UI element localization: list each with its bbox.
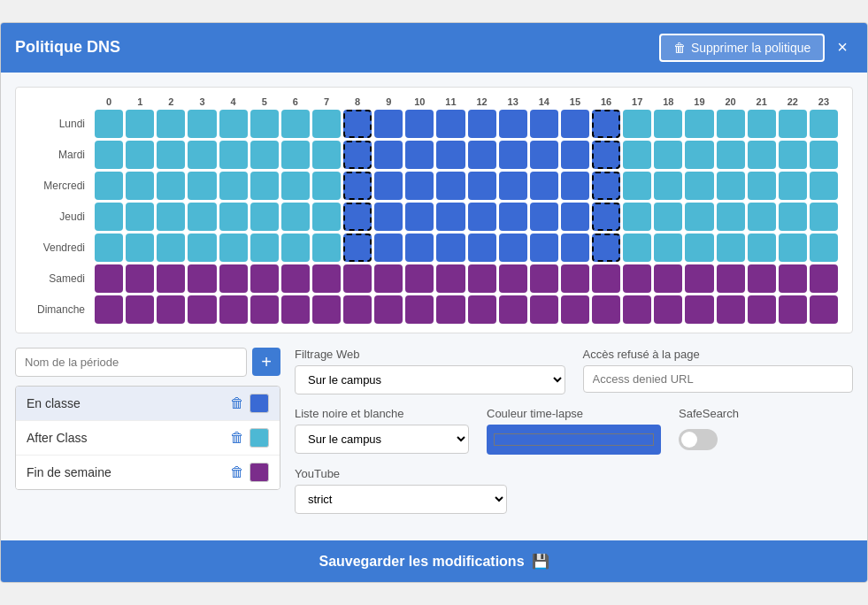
cal-cell[interactable] [312,295,341,324]
access-denied-input[interactable] [583,365,854,393]
cal-cell[interactable] [717,172,745,200]
cal-cell[interactable] [561,234,589,262]
cal-cell[interactable] [685,203,713,231]
cal-cell[interactable] [561,110,589,138]
cal-cell[interactable] [623,172,651,200]
cal-cell[interactable] [405,203,434,231]
delete-policy-button[interactable]: 🗑 Supprimer la politique [659,34,825,62]
cal-cell[interactable] [685,110,713,138]
cal-cell[interactable] [312,172,341,200]
cal-cell[interactable] [623,141,651,169]
period-item[interactable]: En classe🗑 [16,387,280,421]
cal-cell[interactable] [748,203,776,231]
cal-cell[interactable] [250,234,279,262]
cal-cell[interactable] [748,264,776,293]
cal-cell[interactable] [188,203,216,231]
cal-cell[interactable] [95,172,123,200]
cal-cell[interactable] [685,234,713,262]
cal-cell[interactable] [530,234,558,262]
cal-cell[interactable] [779,295,807,324]
cal-cell[interactable] [717,110,745,138]
cal-cell[interactable] [810,110,838,138]
cal-cell[interactable] [530,172,558,200]
cal-cell[interactable] [779,141,807,169]
cal-cell[interactable] [343,110,372,138]
cal-cell[interactable] [592,172,620,200]
cal-cell[interactable] [499,264,527,293]
cal-cell[interactable] [219,234,248,262]
cal-cell[interactable] [126,264,154,293]
cal-cell[interactable] [126,234,154,262]
cal-cell[interactable] [530,264,558,293]
cal-cell[interactable] [654,141,682,169]
cal-cell[interactable] [748,110,776,138]
blackwhite-select[interactable]: Sur le campusStrictModéréAucun [295,425,469,454]
cal-cell[interactable] [250,295,279,324]
cal-cell[interactable] [623,295,651,324]
cal-cell[interactable] [312,264,341,293]
cal-cell[interactable] [157,264,185,293]
cal-cell[interactable] [157,203,185,231]
cal-cell[interactable] [468,110,496,138]
cal-cell[interactable] [748,172,776,200]
cal-cell[interactable] [592,234,620,262]
cal-cell[interactable] [436,172,465,200]
cal-cell[interactable] [219,172,248,200]
cal-cell[interactable] [343,141,372,169]
cal-cell[interactable] [654,110,682,138]
cal-cell[interactable] [405,264,434,293]
cal-cell[interactable] [717,203,745,231]
cal-cell[interactable] [685,295,713,324]
cal-cell[interactable] [374,172,403,200]
cal-cell[interactable] [374,110,403,138]
cal-cell[interactable] [499,141,527,169]
cal-cell[interactable] [561,172,589,200]
cal-cell[interactable] [748,141,776,169]
cal-cell[interactable] [405,234,434,262]
cal-cell[interactable] [374,234,403,262]
cal-cell[interactable] [405,172,434,200]
cal-cell[interactable] [374,295,403,324]
cal-cell[interactable] [436,141,465,169]
cal-cell[interactable] [654,172,682,200]
cal-cell[interactable] [748,234,776,262]
cal-cell[interactable] [685,141,713,169]
cal-cell[interactable] [779,110,807,138]
cal-cell[interactable] [592,295,620,324]
cal-cell[interactable] [530,110,558,138]
cal-cell[interactable] [748,295,776,324]
cal-cell[interactable] [405,295,434,324]
timelapse-color-input[interactable] [487,425,661,455]
cal-cell[interactable] [779,203,807,231]
cal-cell[interactable] [250,203,279,231]
cal-cell[interactable] [188,295,216,324]
cal-cell[interactable] [126,295,154,324]
cal-cell[interactable] [281,295,310,324]
close-button[interactable]: × [832,35,853,59]
cal-cell[interactable] [810,172,838,200]
cal-cell[interactable] [561,295,589,324]
cal-cell[interactable] [157,110,185,138]
cal-cell[interactable] [188,264,216,293]
cal-cell[interactable] [219,141,248,169]
period-item[interactable]: Fin de semaine🗑 [16,456,280,489]
cal-cell[interactable] [530,141,558,169]
cal-cell[interactable] [281,172,310,200]
cal-cell[interactable] [188,234,216,262]
cal-cell[interactable] [126,203,154,231]
cal-cell[interactable] [281,203,310,231]
safesearch-toggle[interactable] [679,429,718,450]
cal-cell[interactable] [95,234,123,262]
cal-cell[interactable] [499,295,527,324]
period-name-input[interactable] [15,348,247,377]
cal-cell[interactable] [126,141,154,169]
cal-cell[interactable] [157,172,185,200]
cal-cell[interactable] [654,234,682,262]
cal-cell[interactable] [779,264,807,293]
cal-cell[interactable] [717,141,745,169]
cal-cell[interactable] [592,203,620,231]
cal-cell[interactable] [561,141,589,169]
cal-cell[interactable] [405,110,434,138]
cal-cell[interactable] [468,172,496,200]
cal-cell[interactable] [312,110,341,138]
